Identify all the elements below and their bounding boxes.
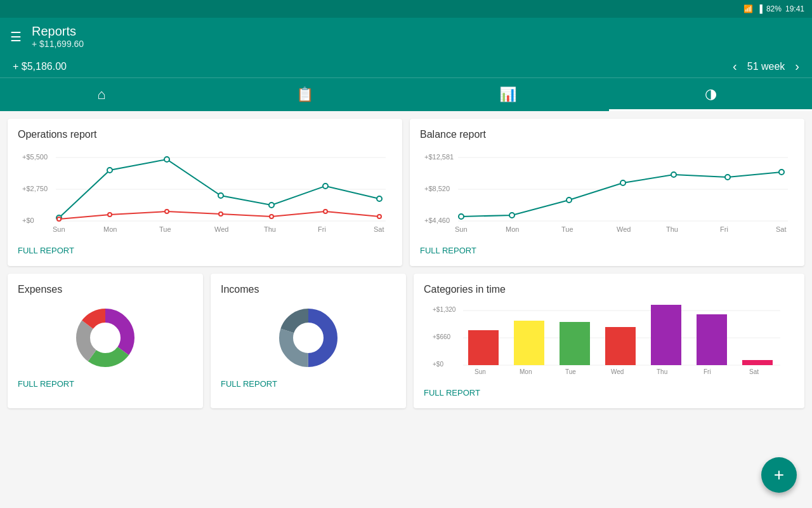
svg-text:Wed: Wed [617,225,631,233]
tab-notes[interactable]: 📋 [203,78,406,111]
balance-full-report-link[interactable]: FULL REPORT [420,246,476,255]
svg-text:Sun: Sun [455,225,468,233]
operations-chart: +$5,500 +$2,750 +$0 [18,148,392,239]
svg-rect-66 [651,305,681,365]
svg-text:Wed: Wed [611,368,624,375]
svg-text:Sat: Sat [749,368,759,375]
svg-text:Sat: Sat [776,225,787,233]
tab-piechart[interactable]: ◑ [609,78,812,111]
expenses-title: Expenses [18,284,193,295]
svg-point-19 [377,215,381,218]
svg-point-10 [269,203,274,208]
svg-text:Sat: Sat [374,225,384,233]
svg-rect-65 [605,327,636,365]
bottom-nav: ⌂ 📋 📊 ◑ [0,78,812,111]
svg-point-33 [459,214,464,219]
svg-point-34 [509,213,514,218]
svg-rect-63 [514,321,544,365]
main-content: Operations report +$5,500 +$2,750 +$0 [0,111,812,416]
add-fab-button[interactable]: + [761,457,797,493]
svg-point-8 [164,157,169,162]
svg-text:+$4,460: +$4,460 [424,217,450,224]
signal-icon: ▐ [757,4,763,13]
svg-point-38 [725,175,730,180]
svg-point-13 [57,217,61,221]
categories-full-report-link[interactable]: FULL REPORT [424,388,480,398]
header-title-block: Reports + $11,699.60 [32,24,802,49]
svg-point-15 [165,210,169,213]
svg-point-16 [219,212,223,216]
balance-report-title: Balance report [420,129,794,140]
expenses-donut-chart [18,303,193,373]
week-nav: + $5,186.00 ‹ 51 week › [0,55,812,78]
header-total: + $11,699.60 [32,39,802,49]
incomes-donut-chart [221,303,396,373]
tab-home[interactable]: ⌂ [0,78,203,111]
svg-text:Mon: Mon [520,368,532,375]
operations-full-report-link[interactable]: FULL REPORT [18,246,74,255]
barchart-icon: 📊 [499,86,516,103]
balance-report-card: Balance report +$12,581 +$8,520 +$4,460 … [410,119,804,266]
top-header: ☰ Reports + $11,699.60 [0,18,812,55]
svg-text:+$5,500: +$5,500 [22,153,48,161]
svg-point-35 [566,197,572,203]
svg-text:Thu: Thu [264,225,276,233]
svg-point-18 [324,210,327,213]
operations-report-title: Operations report [18,129,392,140]
svg-text:Sun: Sun [53,225,65,233]
expenses-card: Expenses FULL REPORT [8,274,203,408]
svg-rect-68 [742,360,773,365]
notes-icon: 📋 [296,86,313,103]
hamburger-menu[interactable]: ☰ [10,29,22,44]
incomes-title: Incomes [221,284,396,295]
piechart-icon: ◑ [705,86,717,102]
balance-chart: +$12,581 +$8,520 +$4,460 Sun Mon Tue Wed [420,148,794,239]
svg-text:+$8,520: +$8,520 [424,185,450,192]
svg-point-17 [270,215,273,218]
svg-point-14 [108,213,112,217]
svg-point-51 [91,324,119,352]
week-center: ‹ 51 week › [733,59,799,74]
svg-text:Wed: Wed [214,225,228,233]
svg-text:+$12,581: +$12,581 [424,153,454,161]
svg-rect-64 [560,322,590,365]
svg-text:+$2,750: +$2,750 [22,185,48,192]
svg-text:Fri: Fri [704,368,711,375]
bottom-row: Expenses FULL REPORT Incomes [8,274,804,408]
svg-point-37 [671,172,676,177]
svg-text:Fri: Fri [720,225,728,233]
svg-text:+$660: +$660 [433,333,451,340]
svg-rect-67 [697,314,727,365]
svg-rect-62 [468,330,499,365]
categories-card: Categories in time +$1,320 +$660 +$0 [414,274,804,408]
week-amount: + $5,186.00 [13,61,67,72]
categories-title: Categories in time [424,284,794,295]
svg-text:Mon: Mon [103,225,117,233]
svg-text:+$0: +$0 [433,361,443,368]
svg-point-7 [107,168,112,173]
expenses-full-report-link[interactable]: FULL REPORT [18,379,74,389]
categories-chart: +$1,320 +$660 +$0 [424,303,794,382]
operations-report-card: Operations report +$5,500 +$2,750 +$0 [8,119,402,266]
svg-text:Sun: Sun [475,368,486,375]
svg-text:Mon: Mon [506,225,519,233]
svg-point-36 [620,180,625,185]
incomes-full-report-link[interactable]: FULL REPORT [221,379,277,389]
time-display: 19:41 [785,4,804,13]
next-week-button[interactable]: › [795,59,799,74]
svg-point-9 [218,193,223,198]
home-icon: ⌂ [97,86,105,103]
svg-text:Tue: Tue [159,225,171,233]
svg-text:Thu: Thu [666,225,678,233]
svg-text:Thu: Thu [657,368,667,375]
prev-week-button[interactable]: ‹ [733,59,737,74]
page-title: Reports [32,24,802,39]
battery-text: 82% [766,4,782,13]
status-bar: 📶 ▐ 82% 19:41 [0,0,812,18]
tab-barchart[interactable]: 📊 [406,78,609,111]
svg-text:+$1,320: +$1,320 [433,306,456,313]
svg-text:+$0: +$0 [22,217,34,224]
svg-point-11 [323,184,328,189]
svg-point-12 [377,196,382,201]
svg-text:Fri: Fri [318,225,326,233]
